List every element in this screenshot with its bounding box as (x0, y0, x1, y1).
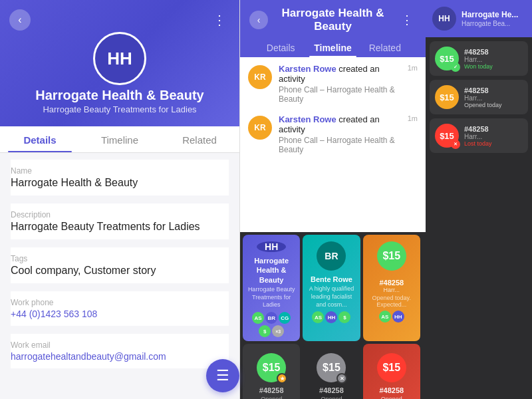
tag-as: AS (252, 312, 264, 324)
header-top-row: ‹ Harrogate Health & Beauty ⋮ (249, 7, 416, 33)
right-avatar: HH (432, 7, 456, 31)
deal-badge-cancelled: $15 ✕ (317, 353, 346, 382)
timeline-item-1: KR Karsten Rowe created an activity 1m P… (248, 64, 418, 104)
related-info-3: #48258 Harr... Lost today (464, 125, 523, 147)
fab-button[interactable]: ☰ (206, 359, 239, 392)
tags-label: Tags (11, 254, 229, 263)
card-hh-sub: Harrogate Beauty Treatments for Ladies (247, 286, 296, 309)
name-value: Harrogate Health & Beauty (11, 177, 229, 189)
deal-status-4: Opened yesterday. Won today. (247, 396, 296, 399)
timeline-time-2: 1m (408, 114, 418, 122)
middle-title: Harrogate Health & Beauty (268, 7, 398, 33)
more-button[interactable]: ⋮ (209, 9, 230, 31)
avatar: HH (93, 32, 146, 85)
lost-badge-icon: ✕ (451, 140, 460, 149)
company-subtitle: Harrogate Beauty Treatments for Ladies (43, 104, 196, 114)
related-badge-3: $15 ✕ (435, 124, 459, 148)
detail-work-email: Work email harrogatehealtandbeauty@gmail… (11, 334, 229, 368)
related-info-2: #48258 Harr... Opened today (464, 86, 523, 108)
detail-work-phone: Work phone +44 (0)1423 563 108 (11, 291, 229, 326)
middle-tab-timeline[interactable]: Timeline (307, 37, 358, 57)
deal-id-6: #48258 (379, 386, 404, 394)
timeline-sub-2: Phone Call – Harrogate Health & Beauty (279, 136, 418, 154)
tag-cg: CG (279, 312, 291, 324)
tag-dollar: $ (259, 325, 271, 337)
related-id-2: #48258 (464, 86, 523, 94)
deal-id-5: #48258 (319, 386, 344, 394)
middle-tab-related[interactable]: Related (359, 37, 411, 57)
description-label: Description (11, 210, 229, 219)
tab-related[interactable]: Related (160, 126, 239, 152)
related-badge-2: $15 (435, 85, 459, 109)
deal3-tag-hh: HH (392, 311, 404, 323)
timeline-item-2: KR Karsten Rowe created an activity 1m P… (248, 114, 418, 154)
middle-panel: ‹ Harrogate Health & Beauty ⋮ Details Ti… (239, 0, 426, 399)
middle-tabs-row: Details Timeline Related (249, 37, 416, 57)
middle-header: ‹ Harrogate Health & Beauty ⋮ Details Ti… (240, 0, 426, 57)
card-br-sub: A highly qualified leading facialist and… (307, 285, 356, 309)
card-hh-avatar: HH (257, 241, 286, 252)
work-phone-value[interactable]: +44 (0)1423 563 108 (11, 309, 229, 319)
work-email-value[interactable]: harrogatehealtandbeauty@gmail.com (11, 351, 229, 362)
timeline-body-2: Karsten Rowe created an activity 1m Phon… (279, 114, 418, 154)
card-deal-orange[interactable]: $15 #48258 Harr... Opened today. Expecte… (363, 235, 420, 341)
related-item-3[interactable]: $15 ✕ #48258 Harr... Lost today (430, 118, 528, 153)
tab-details[interactable]: Details (0, 126, 80, 152)
related-id-3: #48258 (464, 125, 523, 133)
deal-badge-green: $15 (377, 241, 406, 271)
related-badge-1: $15 ✓ (435, 47, 459, 70)
timeline-avatar-2: KR (248, 116, 272, 140)
related-item-1[interactable]: $15 ✓ #48258 Harr... Won today (430, 41, 528, 76)
work-phone-label: Work phone (11, 298, 229, 307)
tab-timeline[interactable]: Timeline (80, 126, 160, 152)
deal-company-3: Harr... (384, 287, 400, 293)
card-hh-contact[interactable]: HH Harrogate Health & Beauty Harrogate B… (243, 235, 300, 341)
work-email-label: Work email (11, 340, 229, 350)
middle-tab-details[interactable]: Details (255, 37, 307, 57)
won-icon: ★ (277, 373, 287, 384)
won-badge-icon: ✓ (451, 63, 460, 72)
middle-back-button[interactable]: ‹ (249, 11, 268, 29)
detail-description: Description Harrogate Beauty Treatments … (11, 203, 229, 239)
timeline-time-1: 1m (408, 64, 418, 72)
deal-badge-won: $15 ★ (257, 353, 286, 382)
deal-id-4: #48258 (259, 386, 284, 394)
card-hh-tags: AS BR CG $ ×3 (247, 312, 296, 337)
card-br-name: Bente Rowe (311, 275, 352, 284)
card-deal-red[interactable]: $15 #48258 Opened yesterday. (363, 344, 420, 399)
related-item-2[interactable]: $15 #48258 Harr... Opened today (430, 80, 528, 114)
timeline-who-1: Karsten Rowe created an activity (279, 64, 404, 84)
related-company-2: Harr... (464, 94, 523, 102)
related-id-1: #48258 (464, 48, 523, 56)
tag-x3: ×3 (272, 325, 284, 337)
name-label: Name (11, 166, 229, 176)
card-deal-won[interactable]: $15 ★ #48258 Opened yesterday. Won today… (243, 344, 300, 399)
detail-name: Name Harrogate Health & Beauty (11, 160, 229, 196)
deal-status-6: Opened yesterday. (367, 396, 416, 399)
cards-grid: HH Harrogate Health & Beauty Harrogate B… (240, 232, 426, 399)
timeline-body-1: Karsten Rowe created an activity 1m Phon… (279, 64, 418, 104)
middle-more-button[interactable]: ⋮ (398, 11, 416, 29)
timeline-who-2: Karsten Rowe created an activity (279, 114, 404, 134)
related-status-2: Opened today (464, 102, 523, 108)
related-status-3: Lost today (464, 140, 523, 147)
tags-value: Cool company, Customer story (11, 265, 229, 277)
related-company-1: Harr... (464, 56, 523, 63)
back-button[interactable]: ‹ (9, 9, 31, 31)
card-hh-name: Harrogate Health & Beauty (247, 256, 296, 285)
right-subtitle: Harrogate Bea... (462, 20, 518, 27)
right-title: Harrogate He... (462, 10, 518, 21)
card-br-avatar: BR (317, 241, 346, 271)
tag-br-hh: HH (325, 311, 337, 323)
card-br-contact[interactable]: BR Bente Rowe A highly qualified leading… (303, 235, 360, 341)
related-status-1: Won today (464, 63, 523, 70)
company-name: Harrogate Health & Beauty (35, 88, 203, 103)
left-header-bg: ‹ ⋮ HH Harrogate Health & Beauty Harroga… (0, 0, 239, 126)
tag-br: BR (265, 312, 277, 324)
card-br-tags: AS HH $ (312, 311, 350, 323)
card-deal-cancelled[interactable]: $15 ✕ #48258 Opened yesterday. Cancelled… (303, 344, 360, 399)
deal-status-5: Opened yesterday. Cancelled today. (307, 396, 356, 399)
description-value: Harrogate Beauty Treatments for Ladies (11, 221, 229, 233)
deal-badge-red: $15 (377, 353, 406, 382)
deal-status-3: Opened today. Expected... (367, 295, 416, 308)
